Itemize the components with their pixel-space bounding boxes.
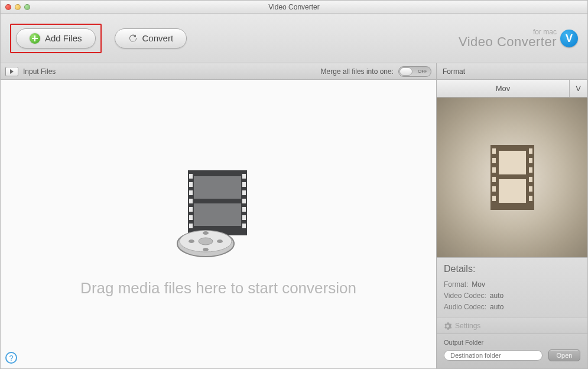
svg-rect-15 <box>242 215 246 220</box>
svg-rect-7 <box>189 207 193 212</box>
svg-rect-27 <box>492 148 496 154</box>
svg-rect-13 <box>242 199 246 203</box>
merge-label: Merge all files into one: <box>321 67 394 76</box>
svg-rect-3 <box>189 174 193 179</box>
plus-icon <box>30 33 40 44</box>
toggle-knob <box>399 67 412 76</box>
svg-rect-29 <box>492 167 496 173</box>
svg-rect-36 <box>529 177 532 182</box>
details-panel: Details: Format: Mov Video Codec: auto A… <box>437 257 587 318</box>
svg-rect-2 <box>194 203 241 226</box>
svg-rect-11 <box>242 182 246 187</box>
input-files-icon[interactable] <box>5 67 18 76</box>
svg-point-21 <box>217 239 223 243</box>
dropzone[interactable]: Drag media files here to start conversio… <box>1 80 436 368</box>
svg-point-20 <box>189 239 194 243</box>
format-label: Format: <box>444 280 468 289</box>
brand: for mac Video Converter V <box>459 28 578 48</box>
input-files-label: Input Files <box>23 67 56 76</box>
format-preview <box>437 98 587 257</box>
svg-rect-14 <box>242 207 246 212</box>
film-clapper-icon <box>171 168 266 263</box>
toggle-state: OFF <box>418 69 427 74</box>
svg-rect-38 <box>529 196 532 201</box>
svg-rect-6 <box>189 199 193 203</box>
dropzone-hint: Drag media files here to start conversio… <box>80 279 356 297</box>
format-value: Mov <box>472 280 485 289</box>
svg-rect-10 <box>242 174 246 179</box>
open-button[interactable]: Open <box>548 349 580 361</box>
svg-rect-4 <box>189 182 193 187</box>
svg-rect-33 <box>529 148 532 154</box>
audio-codec-label: Audio Codec: <box>444 303 486 311</box>
brand-main: Video Converter <box>459 35 557 48</box>
brand-logo-icon: V <box>560 30 578 47</box>
detail-row-audio-codec: Audio Codec: auto <box>444 303 580 311</box>
svg-rect-32 <box>492 196 496 201</box>
svg-rect-28 <box>492 158 496 163</box>
video-codec-value: auto <box>490 292 503 300</box>
format-tab-more[interactable]: V <box>570 80 587 97</box>
right-pane: Format Mov V Details: F <box>437 63 587 368</box>
svg-point-19 <box>199 238 213 245</box>
window-title: Video Converter <box>1 3 587 11</box>
add-files-highlight: Add Files <box>10 24 102 53</box>
svg-point-22 <box>203 231 209 235</box>
svg-rect-26 <box>499 179 526 203</box>
add-files-label: Add Files <box>45 33 82 43</box>
toolbar: Add Files Convert for mac Video Converte… <box>1 14 587 63</box>
format-tab-mov[interactable]: Mov <box>437 80 570 97</box>
svg-rect-16 <box>242 224 246 228</box>
help-button[interactable]: ? <box>5 352 17 364</box>
convert-label: Convert <box>142 33 174 43</box>
svg-rect-5 <box>189 190 193 195</box>
settings-button[interactable]: Settings <box>437 318 587 334</box>
merge-toggle[interactable]: OFF <box>398 66 431 77</box>
svg-rect-12 <box>242 190 246 195</box>
convert-icon <box>128 34 138 43</box>
destination-input[interactable] <box>444 350 542 361</box>
output-panel: Output Folder Open <box>437 334 587 368</box>
svg-rect-9 <box>189 224 193 228</box>
settings-label: Settings <box>455 322 480 330</box>
svg-rect-1 <box>194 176 241 199</box>
gear-icon <box>444 322 451 330</box>
convert-button[interactable]: Convert <box>115 28 187 48</box>
titlebar: Video Converter <box>1 1 587 14</box>
detail-row-format: Format: Mov <box>444 280 580 289</box>
video-codec-label: Video Codec: <box>444 292 486 300</box>
left-pane: Input Files Merge all files into one: OF… <box>1 63 437 368</box>
add-files-button[interactable]: Add Files <box>16 28 96 48</box>
svg-point-23 <box>203 248 209 251</box>
output-folder-label: Output Folder <box>444 339 580 346</box>
svg-rect-35 <box>529 167 532 173</box>
svg-rect-30 <box>492 177 496 182</box>
content: Input Files Merge all files into one: OF… <box>1 63 587 368</box>
svg-rect-25 <box>499 151 526 174</box>
audio-codec-value: auto <box>490 303 503 311</box>
svg-rect-34 <box>529 158 532 163</box>
input-subbar: Input Files Merge all files into one: OF… <box>1 63 436 80</box>
svg-rect-31 <box>492 186 496 192</box>
details-heading: Details: <box>444 264 580 274</box>
format-header: Format <box>437 63 587 80</box>
app-window: Video Converter Add Files Convert for ma… <box>0 0 588 369</box>
detail-row-video-codec: Video Codec: auto <box>444 292 580 300</box>
format-tabs: Mov V <box>437 80 587 98</box>
filmstrip-icon <box>490 145 534 210</box>
svg-rect-8 <box>189 215 193 220</box>
svg-rect-37 <box>529 186 532 192</box>
